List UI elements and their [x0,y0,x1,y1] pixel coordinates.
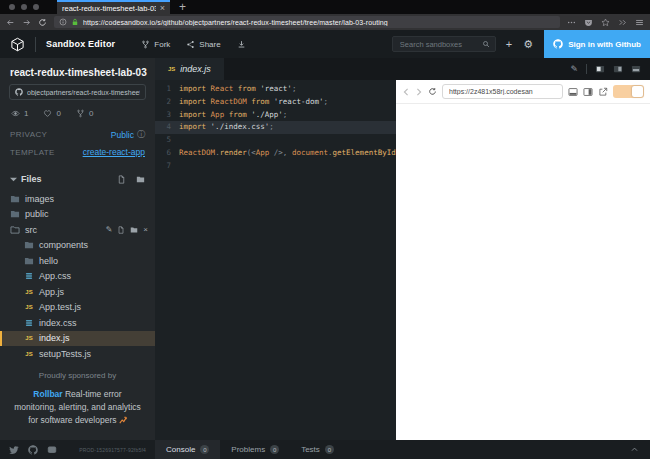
window-minimize-button[interactable] [21,4,27,10]
download-button[interactable] [237,40,246,49]
rename-icon[interactable]: ✎ [106,226,113,234]
preview-url-input[interactable] [447,87,558,96]
file-tree-item-index.js[interactable]: JSindex.js [0,331,155,347]
view-preview-icon[interactable] [631,64,641,74]
preview-refresh-icon[interactable] [428,87,437,96]
pocket-icon[interactable] [584,18,593,27]
address-bar[interactable]: https://codesandbox.io/s/github/objectpa… [54,16,560,28]
file-tree-item-src[interactable]: src✎× [0,222,155,238]
editor-tab-indexjs[interactable]: JS index.js [155,58,224,80]
new-folder-icon[interactable] [130,226,138,234]
sidebar-footer: PROD-1526917577-92fb5f4 [0,440,155,459]
file-name: images [25,194,54,204]
file-name: components [39,240,88,250]
code-line[interactable]: 4import './index.css'; [155,121,396,134]
page-actions-icon[interactable] [567,18,576,27]
preview-address-bar[interactable] [442,84,563,99]
problems-count-badge: 0 [270,445,279,454]
file-tree-item-App.test.js[interactable]: JSApp.test.js [0,300,155,316]
twitter-icon[interactable] [9,445,19,455]
new-sandbox-button[interactable]: + [506,39,512,50]
signin-github-button[interactable]: Sign in with Github [544,30,650,58]
bookmark-star-icon[interactable] [601,18,610,27]
toggle-knob [632,86,643,97]
new-file-icon[interactable] [117,226,125,234]
window-zoom-button[interactable] [33,4,39,10]
code-line[interactable]: 1import React from 'react'; [155,83,396,96]
editor-tab-label: index.js [180,64,211,74]
file-name: App.test.js [39,302,81,312]
back-icon[interactable] [6,18,15,27]
code-line[interactable]: 6ReactDOM.render(<App />, document.getEl… [155,147,396,160]
console-panel-icon[interactable] [568,87,578,97]
divider [35,37,36,52]
file-tree-item-index.css[interactable]: index.css [0,315,155,331]
code-line[interactable]: 3import App from './App'; [155,109,396,122]
window-close-button[interactable] [9,4,15,10]
code-line[interactable]: 5 [155,134,396,147]
file-tree-item-App.js[interactable]: JSApp.js [0,284,155,300]
collapse-panel-button[interactable] [630,440,650,459]
window-controls [0,0,47,14]
site-info-icon[interactable] [59,18,67,26]
tab-close-icon[interactable]: × [160,4,165,13]
codesandbox-logo[interactable] [10,37,25,52]
sidebar: react-redux-timesheet-lab-03 objectpartn… [0,58,155,459]
file-tree-item-public[interactable]: public [0,207,155,223]
template-link[interactable]: create-react-app [83,147,145,157]
js-file-icon: JS [168,66,175,72]
tests-tab[interactable]: Tests 0 [290,440,345,459]
github-icon[interactable] [28,445,38,455]
browser-tab-title: react-redux-timesheet-lab-03 [62,4,156,13]
preview-viewport[interactable] [396,104,650,440]
console-tab[interactable]: Console 0 [155,440,220,459]
forks-stat[interactable]: 0 [76,109,93,118]
split-panel-icon[interactable] [583,87,593,97]
new-tab-button[interactable]: + [170,0,195,14]
browser-tab[interactable]: react-redux-timesheet-lab-03 × [57,0,170,14]
file-name: App.css [39,271,71,281]
overflow-menu-icon[interactable] [618,18,627,27]
file-name: index.css [39,318,77,328]
new-file-icon[interactable] [117,175,126,184]
sponsor-link[interactable]: Rollbar [33,389,62,399]
search-input[interactable] [398,39,478,50]
sandbox-search[interactable] [392,36,496,52]
file-tree-item-setupTests.js[interactable]: JSsetupTests.js [0,346,155,362]
files-section-header[interactable]: Files [0,169,155,189]
forward-icon[interactable] [22,18,31,27]
folder-icon [10,194,20,204]
code-editor[interactable]: 1import React from 'react';2import React… [155,80,396,440]
views-stat: 1 [11,109,28,118]
preview-back-icon[interactable] [402,88,410,96]
delete-icon[interactable]: × [143,226,148,234]
code-line[interactable]: 7 [155,160,396,173]
code-line[interactable]: 2import ReactDOM from 'react-dom'; [155,96,396,109]
likes-stat[interactable]: 0 [43,109,60,118]
chat-icon[interactable] [47,445,57,455]
privacy-value[interactable]: Public ⓘ [111,129,145,140]
info-icon[interactable]: ⓘ [137,129,145,140]
settings-gear-icon[interactable]: ⚙ [523,39,533,50]
build-id: PROD-1526917577-92fb5f4 [79,447,146,453]
github-repo-badge[interactable]: objectpartners/react-redux-timesheet [9,84,146,100]
reload-icon[interactable] [38,18,47,27]
live-preview-toggle[interactable] [613,85,644,98]
template-label: TEMPLATE [10,148,55,157]
problems-tab[interactable]: Problems 0 [220,440,290,459]
view-editor-icon[interactable] [595,64,605,74]
edit-mode-icon[interactable]: ✎ [570,65,578,74]
file-tree-item-components[interactable]: components [0,238,155,254]
open-external-icon[interactable] [598,87,608,97]
file-tree-item-images[interactable]: images [0,191,155,207]
preview-forward-icon[interactable] [415,88,423,96]
file-tree-item-hello[interactable]: hello [0,253,155,269]
share-button[interactable]: Share [186,40,220,49]
view-split-icon[interactable] [613,64,623,74]
fork-button[interactable]: Fork [141,40,170,49]
hamburger-menu-icon[interactable] [635,18,644,27]
secure-lock-icon[interactable] [71,18,79,26]
new-folder-icon[interactable] [136,175,145,184]
repo-name: objectpartners/react-redux-timesheet [27,89,140,96]
file-tree-item-App.css[interactable]: App.css [0,269,155,285]
